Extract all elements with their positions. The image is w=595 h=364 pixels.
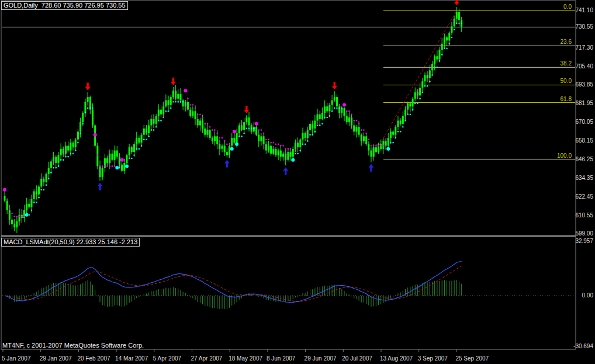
sell-arrow-icon: [85, 83, 91, 91]
buy-arrow-icon: [283, 167, 288, 175]
buy-arrow-icon: [369, 164, 374, 172]
price-axis[interactable]: 741.10730.55717.30705.40693.85681.95670.…: [575, 7, 593, 237]
price-tick-label: 634.35: [575, 175, 593, 181]
sell-arrow-icon: [332, 82, 337, 89]
date-tick-label: 20 Feb 2007: [77, 355, 110, 362]
macd-plot[interactable]: [2, 262, 575, 310]
price-tick-label: 741.10: [575, 7, 593, 13]
date-tick-label: 5 Apr 2007: [153, 355, 182, 362]
time-axis[interactable]: 5 Jan 200729 Jan 200720 Feb 200714 Mar 2…: [2, 349, 489, 362]
window-borders: [1, 1, 576, 349]
price-tick-label: 705.40: [575, 63, 593, 70]
price-tick-label: 646.25: [575, 156, 593, 162]
price-tick-label: 599.00: [575, 230, 593, 237]
macd-tick-label: -30.694: [573, 343, 593, 349]
price-tick-label: 610.55: [575, 212, 593, 219]
fib-level-label: 23.6: [561, 39, 572, 45]
date-tick-label: 29 Jun 2007: [305, 355, 337, 362]
chart-canvas[interactable]: 0.023.638.250.061.8100.0 741.10730.55717…: [0, 0, 595, 364]
date-tick-label: 3 Sep 2007: [418, 355, 448, 362]
buy-arrow-icon: [98, 183, 103, 190]
price-tick-label: 693.85: [575, 81, 593, 88]
macd-tick-label: 32.957: [575, 238, 593, 244]
sell-arrow-icon: [244, 106, 249, 113]
date-tick-label: 5 Jan 2007: [2, 355, 31, 362]
date-tick-label: 14 Mar 2007: [115, 355, 148, 362]
fib-level-label: 38.2: [561, 60, 572, 67]
date-tick-label: 18 May 2007: [229, 355, 262, 362]
fib-level-label: 50.0: [561, 78, 572, 84]
price-tick-label: 681.95: [575, 100, 593, 106]
copyright-text: MT4NF, c 2001-2007 MetaQuotes Software C…: [2, 342, 144, 349]
price-tick-label: 730.55: [575, 23, 593, 30]
date-tick-label: 27 Apr 2007: [191, 355, 223, 362]
price-tick-label: 622.45: [575, 193, 593, 200]
indicator-label: MACD_LSMAdt(20,50,9) 22.933 25.146 -2.21…: [1, 238, 140, 247]
fib-level-label: 61.8: [561, 96, 572, 102]
date-tick-label: 13 Aug 2007: [380, 355, 413, 362]
fib-level-label: 100.0: [557, 152, 572, 159]
date-tick-label: 25 Sep 2007: [455, 355, 489, 362]
date-tick-label: 29 Jan 2007: [40, 355, 72, 362]
date-tick-label: 8 Jun 2007: [267, 355, 296, 362]
mt4-chart-window: 0.023.638.250.061.8100.0 741.10730.55717…: [0, 0, 595, 364]
main-chart-plot[interactable]: [2, 0, 575, 233]
fib-level-label: 0.0: [563, 4, 572, 10]
price-tick-label: 658.15: [575, 137, 593, 144]
sell-arrow-icon: [171, 78, 176, 85]
macd-tick-label: 0.00: [582, 292, 594, 299]
date-tick-label: 20 Jul 2007: [342, 355, 372, 362]
buy-arrow-icon: [224, 160, 230, 168]
price-tick-label: 717.30: [575, 44, 593, 51]
macd-axis[interactable]: 32.9570.00-30.694: [573, 238, 593, 349]
symbol-title: GOLD,Daily 728.60 735.90 726.95 730.55: [1, 1, 128, 10]
price-tick-label: 670.05: [575, 119, 593, 125]
